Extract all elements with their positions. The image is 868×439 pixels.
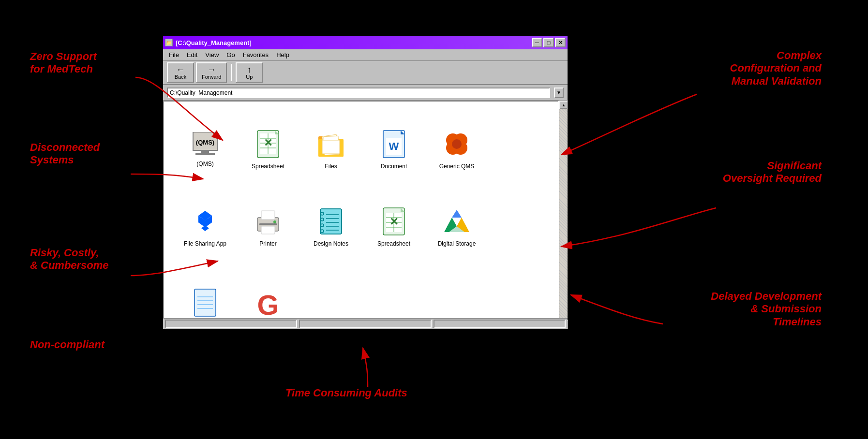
up-icon: ↑ [247, 65, 252, 74]
statusbar-section1 [165, 320, 297, 328]
annotation-time-consuming: Time Consuming Audits [285, 387, 407, 399]
annotation-zero-support: Zero Supportfor MedTech [30, 50, 97, 76]
icon-generic-qms[interactable]: Generic QMS [425, 111, 488, 189]
menu-edit[interactable]: Edit [183, 50, 201, 59]
close-button[interactable]: ✕ [555, 38, 566, 47]
forward-label: Forward [202, 74, 221, 80]
svg-rect-3 [195, 153, 215, 155]
maximize-button[interactable]: □ [543, 38, 554, 47]
svg-text:✕: ✕ [389, 216, 398, 228]
svg-rect-19 [322, 140, 340, 154]
back-icon: ← [176, 65, 185, 74]
svg-rect-65 [195, 289, 216, 316]
document-icon: W [379, 130, 408, 161]
toolbar: ← Back → Forward ↑ Up [163, 61, 568, 85]
menu-view[interactable]: View [201, 50, 223, 59]
vertical-scrollbar[interactable]: ▲ ▼ [559, 101, 568, 329]
svg-text:✕: ✕ [264, 137, 272, 149]
qms-icon: (QMS) [191, 132, 220, 159]
menu-favorites[interactable]: Favorites [239, 50, 272, 59]
forward-button[interactable]: → Forward [196, 62, 227, 83]
menu-file[interactable]: File [165, 50, 183, 59]
icon-printer[interactable]: Printer [237, 189, 299, 266]
file-sharing-icon [191, 207, 220, 238]
scrollbar-track[interactable] [559, 109, 568, 320]
main-content: (QMS) (QMS) [163, 101, 559, 329]
titlebar-buttons: ─ □ ✕ [532, 38, 566, 47]
back-button[interactable]: ← Back [167, 62, 194, 83]
partial-doc-icon [191, 288, 220, 320]
svg-marker-63 [452, 210, 462, 218]
files-label: Files [325, 163, 337, 170]
windows-explorer-window: 📁 [C:\Quality_Management] ─ □ ✕ File Edi… [162, 35, 569, 330]
icons-grid: (QMS) (QMS) [164, 102, 558, 329]
icon-document[interactable]: W Document [362, 111, 425, 189]
statusbar [163, 318, 568, 329]
up-label: Up [246, 74, 253, 80]
titlebar-icon: 📁 [165, 39, 173, 46]
svg-point-29 [452, 139, 462, 149]
annotation-non-compliant: Non-compliant [30, 338, 105, 351]
icon-spreadsheet1[interactable]: ✕ Spreadsheet [237, 111, 299, 189]
svg-text:G: G [257, 289, 279, 320]
annotation-significant-oversight: SignificantOversight Required [723, 160, 822, 185]
icon-spreadsheet2[interactable]: ✕ Spreadsheet [362, 189, 425, 266]
annotation-complex-config: ComplexConfiguration andManual Validatio… [730, 49, 822, 88]
icon-qms[interactable]: (QMS) (QMS) [174, 111, 237, 189]
printer-icon [254, 207, 283, 238]
titlebar: 📁 [C:\Quality_Management] ─ □ ✕ [163, 36, 568, 49]
menu-go[interactable]: Go [223, 50, 239, 59]
svg-rect-37 [261, 226, 275, 234]
svg-rect-36 [261, 211, 275, 220]
google-g-icon: G [254, 288, 283, 320]
document-label: Document [381, 163, 407, 170]
svg-point-38 [273, 220, 276, 223]
generic-qms-icon [442, 130, 471, 161]
file-sharing-label: File Sharing App [184, 240, 226, 247]
spreadsheet1-icon: ✕ [254, 130, 283, 161]
svg-text:(QMS): (QMS) [196, 139, 214, 146]
titlebar-title: [C:\Quality_Management] [176, 39, 252, 46]
content-area: (QMS) (QMS) [163, 101, 568, 329]
up-button[interactable]: ↑ Up [236, 62, 263, 83]
spreadsheet2-label: Spreadsheet [377, 240, 410, 247]
spreadsheet1-label: Spreadsheet [252, 163, 284, 170]
menubar: File Edit View Go Favorites Help [163, 49, 568, 61]
icon-files[interactable]: Files [299, 111, 362, 189]
minimize-button[interactable]: ─ [532, 38, 542, 47]
menu-help[interactable]: Help [272, 50, 293, 59]
svg-rect-2 [201, 150, 209, 153]
generic-qms-label: Generic QMS [439, 163, 475, 170]
annotation-delayed-development: Delayed Development& SubmissionTimelines [711, 290, 822, 328]
addressbar: ▼ [163, 85, 568, 101]
svg-rect-39 [259, 223, 277, 225]
qms-label: (QMS) [196, 161, 213, 167]
digital-storage-label: Digital Storage [438, 240, 476, 247]
scroll-up-button[interactable]: ▲ [559, 101, 568, 109]
svg-marker-34 [201, 225, 209, 231]
annotation-disconnected-systems: DisconnectedSystems [30, 141, 100, 167]
annotation-risky-costly: Risky, Costly,& Cumbersome [30, 247, 109, 272]
icon-digital-storage[interactable]: Digital Storage [425, 189, 488, 266]
spreadsheet2-icon: ✕ [379, 207, 408, 238]
files-icon [316, 130, 345, 161]
titlebar-left: 📁 [C:\Quality_Management] [165, 39, 252, 46]
statusbar-section2 [299, 320, 431, 328]
back-label: Back [175, 74, 186, 80]
design-notes-label: Design Notes [314, 240, 348, 247]
forward-icon: → [207, 65, 216, 74]
design-notes-icon [316, 207, 345, 238]
toolbar-separator [231, 64, 232, 81]
icon-file-sharing[interactable]: File Sharing App [174, 189, 237, 266]
statusbar-section3 [434, 320, 566, 328]
address-dropdown[interactable]: ▼ [554, 88, 564, 98]
icon-design-notes[interactable]: Design Notes [299, 189, 362, 266]
digital-storage-icon [442, 207, 471, 238]
svg-text:W: W [389, 140, 399, 152]
address-input[interactable] [167, 88, 550, 98]
printer-label: Printer [259, 240, 276, 247]
